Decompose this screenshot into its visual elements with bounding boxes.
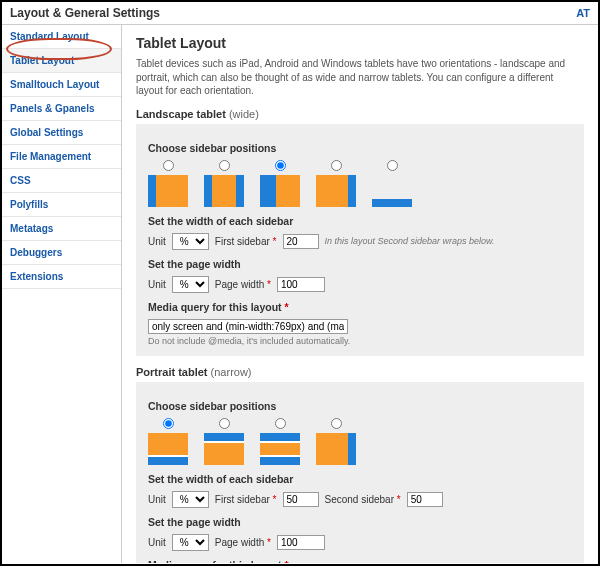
landscape-media-query-input[interactable]	[148, 319, 348, 334]
portrait-panel: Choose sidebar positions Set the width o…	[136, 382, 584, 564]
sidebar-item-metatags[interactable]: Metatags	[2, 217, 121, 241]
portrait-unit-label: Unit	[148, 494, 166, 505]
landscape-unit-select[interactable]: %	[172, 233, 209, 250]
sidebar-item-panels-gpanels[interactable]: Panels & Gpanels	[2, 97, 121, 121]
landscape-unit-label: Unit	[148, 236, 166, 247]
layout-thumb-sidebar-left	[148, 175, 188, 207]
portrait-opt-2[interactable]	[204, 418, 244, 465]
sidebar-item-smalltouch-layout[interactable]: Smalltouch Layout	[2, 73, 121, 97]
landscape-first-label: First sidebar *	[215, 236, 277, 247]
portrait-choose-label: Choose sidebar positions	[148, 400, 572, 412]
sidebar-item-standard-layout[interactable]: Standard Layout	[2, 25, 121, 49]
landscape-mq-label: Media query for this layout *	[148, 301, 572, 313]
portrait-opt-1[interactable]	[148, 418, 188, 465]
sidebar-item-file-management[interactable]: File Management	[2, 145, 121, 169]
portrait-mq-label: Media query for this layout *	[148, 559, 572, 564]
layout-thumb-sidebar-both	[260, 433, 300, 465]
landscape-heading-text: Landscape tablet	[136, 108, 226, 120]
landscape-opt-4[interactable]	[316, 160, 356, 207]
landscape-panel: Choose sidebar positions Set the width o…	[136, 124, 584, 356]
landscape-position-options	[148, 160, 572, 207]
content-title: Tablet Layout	[136, 35, 584, 51]
sidebar-item-extensions[interactable]: Extensions	[2, 265, 121, 289]
landscape-radio-2[interactable]	[219, 160, 230, 171]
landscape-choose-label: Choose sidebar positions	[148, 142, 572, 154]
layout-thumb-wrap-below	[372, 175, 412, 207]
landscape-wrap-note: In this layout Second sidebar wraps belo…	[325, 236, 495, 246]
portrait-page-width-label: Page width *	[215, 537, 271, 548]
portrait-unit-select[interactable]: %	[172, 491, 209, 508]
landscape-heading: Landscape tablet (wide)	[136, 108, 584, 120]
layout-thumb-sidebar-above	[204, 433, 244, 465]
sidebar-item-polyfills[interactable]: Polyfills	[2, 193, 121, 217]
landscape-widths-label: Set the width of each sidebar	[148, 215, 572, 227]
sidebar-item-global-settings[interactable]: Global Settings	[2, 121, 121, 145]
sidebar-item-css[interactable]: CSS	[2, 169, 121, 193]
settings-page: Layout & General Settings AT Standard La…	[0, 0, 600, 566]
landscape-hint: (wide)	[229, 108, 259, 120]
portrait-widths-label: Set the width of each sidebar	[148, 473, 572, 485]
landscape-radio-5[interactable]	[387, 160, 398, 171]
portrait-page-label: Set the page width	[148, 516, 572, 528]
landscape-opt-1[interactable]	[148, 160, 188, 207]
portrait-first-sidebar-input[interactable]	[283, 492, 319, 507]
page-header: Layout & General Settings AT	[2, 2, 598, 25]
portrait-width-row: Unit % First sidebar * Second sidebar *	[148, 491, 572, 508]
page-body: Standard Layout Tablet Layout Smalltouch…	[2, 25, 598, 563]
layout-thumb-sidebar-right-narrow	[316, 433, 356, 465]
portrait-heading-text: Portrait tablet	[136, 366, 208, 378]
layout-thumb-two-left	[260, 175, 300, 207]
landscape-opt-5[interactable]	[372, 160, 412, 207]
portrait-page-unit-select[interactable]: %	[172, 534, 209, 551]
layout-thumb-sidebar-below	[148, 433, 188, 465]
landscape-radio-3[interactable]	[275, 160, 286, 171]
portrait-opt-4[interactable]	[316, 418, 356, 465]
landscape-page-unit-select[interactable]: %	[172, 276, 209, 293]
portrait-hint: (narrow)	[211, 366, 252, 378]
portrait-second-label: Second sidebar *	[325, 494, 401, 505]
landscape-first-sidebar-input[interactable]	[283, 234, 319, 249]
portrait-second-sidebar-input[interactable]	[407, 492, 443, 507]
portrait-page-row: Unit % Page width *	[148, 534, 572, 551]
layout-thumb-sidebar-right	[316, 175, 356, 207]
landscape-opt-2[interactable]	[204, 160, 244, 207]
portrait-first-label: First sidebar *	[215, 494, 277, 505]
portrait-radio-1[interactable]	[163, 418, 174, 429]
settings-sidebar: Standard Layout Tablet Layout Smalltouch…	[2, 25, 122, 563]
page-title: Layout & General Settings	[10, 6, 160, 20]
landscape-page-width-label: Page width *	[215, 279, 271, 290]
content-lead: Tablet devices such as iPad, Android and…	[136, 57, 566, 98]
portrait-page-width-input[interactable]	[277, 535, 325, 550]
portrait-radio-3[interactable]	[275, 418, 286, 429]
portrait-position-options	[148, 418, 572, 465]
landscape-opt-3[interactable]	[260, 160, 300, 207]
landscape-page-unit-label: Unit	[148, 279, 166, 290]
landscape-page-width-input[interactable]	[277, 277, 325, 292]
landscape-page-row: Unit % Page width *	[148, 276, 572, 293]
landscape-mq-note: Do not include @media, it's included aut…	[148, 336, 572, 346]
portrait-radio-2[interactable]	[219, 418, 230, 429]
landscape-radio-1[interactable]	[163, 160, 174, 171]
landscape-page-label: Set the page width	[148, 258, 572, 270]
landscape-radio-4[interactable]	[331, 160, 342, 171]
portrait-heading: Portrait tablet (narrow)	[136, 366, 584, 378]
landscape-width-row: Unit % First sidebar * In this layout Se…	[148, 233, 572, 250]
portrait-opt-3[interactable]	[260, 418, 300, 465]
main-content: Tablet Layout Tablet devices such as iPa…	[122, 25, 598, 563]
portrait-radio-4[interactable]	[331, 418, 342, 429]
brand-logo: AT	[576, 7, 590, 19]
layout-thumb-sidebar-left-right	[204, 175, 244, 207]
sidebar-item-tablet-layout[interactable]: Tablet Layout	[2, 49, 121, 73]
portrait-page-unit-label: Unit	[148, 537, 166, 548]
sidebar-item-debuggers[interactable]: Debuggers	[2, 241, 121, 265]
